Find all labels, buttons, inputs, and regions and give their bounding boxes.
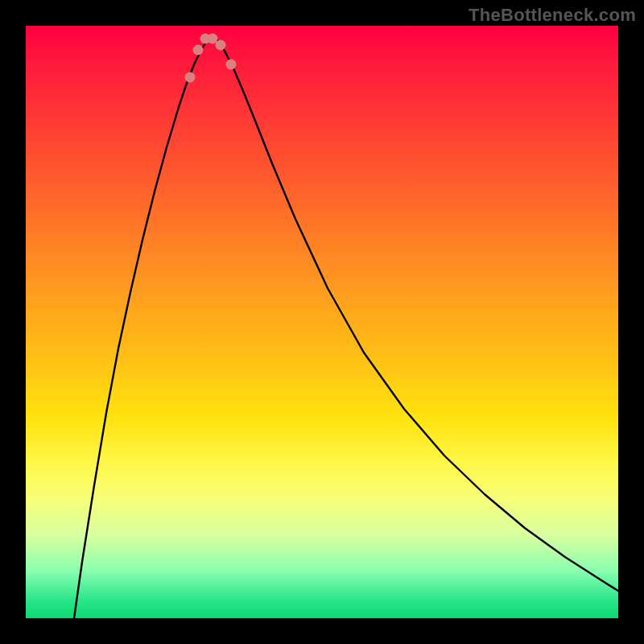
chart-svg <box>26 26 618 618</box>
highlight-marker <box>193 45 204 56</box>
chart-plot-area <box>26 26 618 618</box>
bottleneck-curve <box>74 37 618 618</box>
highlight-marker <box>226 60 237 70</box>
highlight-marker <box>216 40 226 51</box>
attribution-text: TheBottleneck.com <box>469 5 636 26</box>
highlight-marker <box>185 72 196 83</box>
